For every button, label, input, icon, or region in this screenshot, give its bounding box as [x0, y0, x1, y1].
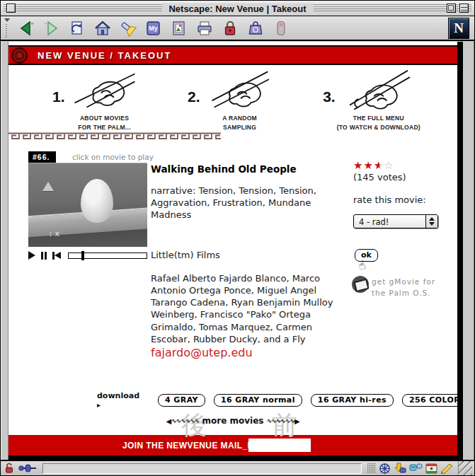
window-title: Netscape: New Venue | Takeout: [161, 3, 313, 13]
page-right-edge: [457, 42, 463, 460]
stop-icon[interactable]: [270, 18, 292, 38]
rating-select-value: 4 - rad!: [354, 215, 425, 228]
title-bar[interactable]: Netscape: New Venue | Takeout: [1, 1, 474, 16]
pagination: 後 前 ◀∿∿∿∿∿∿ more movies ∿∿∿∿∿∿▶: [8, 410, 457, 436]
step-caption[interactable]: A RANDOMSAMPLING: [222, 114, 257, 132]
status-text-field: [42, 463, 362, 474]
select-stepper-icon[interactable]: [425, 215, 437, 228]
back-icon[interactable]: [16, 18, 37, 38]
images-icon[interactable]: [168, 18, 190, 38]
dither-grid-icon: [367, 463, 376, 473]
star-rating: ★★★★☆: [353, 159, 394, 172]
movie-play-hint: click on movie to play: [72, 153, 154, 161]
download-16gray-hires-button[interactable]: 16 GRAY hi-res: [311, 394, 394, 407]
play-button-icon[interactable]: [28, 251, 35, 260]
step-caption[interactable]: ABOUT MOVIESFOR THE PALM...: [78, 114, 131, 132]
squiggle-left: ∿∿∿∿∿∿: [171, 417, 199, 424]
forward-icon[interactable]: [41, 18, 62, 38]
movie-studio: Little(tm) Films: [151, 249, 346, 261]
star-icon: ★: [353, 159, 363, 172]
step-random-sampling[interactable]: 2. A RANDOMSAMPLING: [188, 69, 278, 131]
movie-overlay-text: :x: [48, 229, 62, 238]
security-lock-icon[interactable]: [4, 463, 16, 474]
egg: [81, 179, 113, 223]
status-bar: [1, 460, 474, 475]
collapse-box[interactable]: [459, 4, 469, 13]
star-icon: ☆: [384, 159, 394, 172]
movie-number-badge: #66.: [28, 151, 56, 163]
browser-window: Netscape: New Venue | Takeout My: [0, 0, 475, 476]
security-icon[interactable]: [219, 18, 241, 38]
nav-steps: 1. ABOUT MOVIESFOR THE PALM... 2.: [52, 69, 420, 131]
gmovie-icon: [352, 276, 369, 293]
chopsticks-illustration-1: [67, 69, 143, 112]
star-icon: ★: [363, 159, 373, 172]
mail-list-bar: JOIN THE NEWVENUE MAIL_LIST:: [8, 435, 463, 455]
movie-narrative: narrative: Tension, Tension, Tension, Ag…: [151, 185, 346, 221]
movie-header-row: #66. click on movie to play: [28, 153, 147, 163]
home-icon[interactable]: [92, 18, 113, 38]
squiggle-right: ∿∿∿∿∿∿: [267, 417, 294, 424]
site-banner: NEW VENUE / TAKEOUT: [8, 45, 463, 65]
print-icon[interactable]: [194, 18, 215, 38]
composer-icon[interactable]: [440, 463, 454, 474]
close-box[interactable]: [6, 4, 16, 13]
movie-thumbnail[interactable]: :x: [28, 163, 147, 247]
search-icon[interactable]: [118, 18, 139, 38]
step-about-movies[interactable]: 1. ABOUT MOVIESFOR THE PALM...: [52, 69, 143, 131]
chopsticks-illustration-3: [340, 69, 417, 112]
step-number: 3.: [323, 88, 336, 105]
rewind-button-icon[interactable]: [52, 252, 61, 260]
svg-text:My: My: [149, 25, 158, 32]
page-content: NEW VENUE / TAKEOUT 1. ABOUT MOVIESFOR T…: [8, 42, 463, 460]
gmovie-text: get gMovie for the Palm O.S.: [372, 276, 435, 299]
seek-slider[interactable]: [68, 252, 147, 259]
shop-icon[interactable]: [245, 18, 266, 38]
resize-grip[interactable]: [458, 461, 472, 475]
seek-handle[interactable]: [81, 251, 84, 260]
chopsticks-illustration-2: [202, 69, 278, 112]
player-controls: [28, 250, 150, 260]
more-movies-label[interactable]: more movies: [202, 416, 264, 426]
download-4gray-button[interactable]: 4 GRAY: [158, 394, 205, 407]
movie-title: Walking Behind Old People: [151, 163, 297, 175]
download-label: download ▸: [97, 391, 139, 410]
navigation-toolbar: My N: [1, 16, 474, 41]
navigator-wheel-icon[interactable]: [379, 463, 391, 475]
zoom-box[interactable]: [447, 4, 456, 13]
prev-arrow-icon[interactable]: ◀: [166, 417, 171, 425]
site-logo-icon: [11, 47, 28, 64]
online-plug-icon[interactable]: [18, 463, 37, 473]
pause-button-icon[interactable]: [41, 252, 47, 260]
vote-count: (145 votes): [353, 172, 406, 182]
more-movies-link[interactable]: ◀∿∿∿∿∿∿ more movies ∿∿∿∿∿∿▶: [8, 416, 457, 426]
step-number: 2.: [188, 88, 200, 105]
greek-key-divider: [8, 132, 221, 141]
step-caption[interactable]: THE FULL MENU(TO WATCH & DOWNLOAD): [337, 114, 420, 132]
movie-credits: Rafael Alberto Fajardo Blanco, Marco Ant…: [151, 272, 346, 345]
background-cone: [42, 182, 54, 191]
download-arrow-icon: ▸: [97, 401, 101, 409]
messenger-icon[interactable]: [409, 463, 423, 474]
gmovie-link[interactable]: get gMovie for the Palm O.S.: [352, 276, 435, 299]
download-row: download ▸ 4 GRAY 16 GRAY normal 16 GRAY…: [97, 391, 463, 410]
email-link[interactable]: fajardo@utep.edu: [151, 346, 253, 359]
my-netscape-icon[interactable]: My: [143, 18, 164, 38]
step-number: 1.: [52, 88, 65, 105]
star-icon: ★★: [374, 159, 384, 172]
address-book-icon[interactable]: [425, 463, 437, 474]
download-status-icon[interactable]: [394, 463, 406, 474]
site-title: NEW VENUE / TAKEOUT: [38, 50, 171, 61]
reload-icon[interactable]: [67, 18, 88, 38]
toolbar-grippy[interactable]: [3, 18, 11, 39]
netscape-logo[interactable]: N: [448, 18, 469, 39]
rating-select[interactable]: 4 - rad!: [353, 214, 438, 228]
download-16gray-normal-button[interactable]: 16 GRAY normal: [214, 394, 302, 407]
step-full-menu[interactable]: 3. THE FULL MENU(TO WATCH & DOWNLOAD): [323, 69, 420, 131]
download-256color-button[interactable]: 256 COLOR: [402, 394, 463, 407]
rate-prompt: rate this movie:: [353, 195, 426, 205]
next-arrow-icon[interactable]: ▶: [294, 417, 300, 425]
